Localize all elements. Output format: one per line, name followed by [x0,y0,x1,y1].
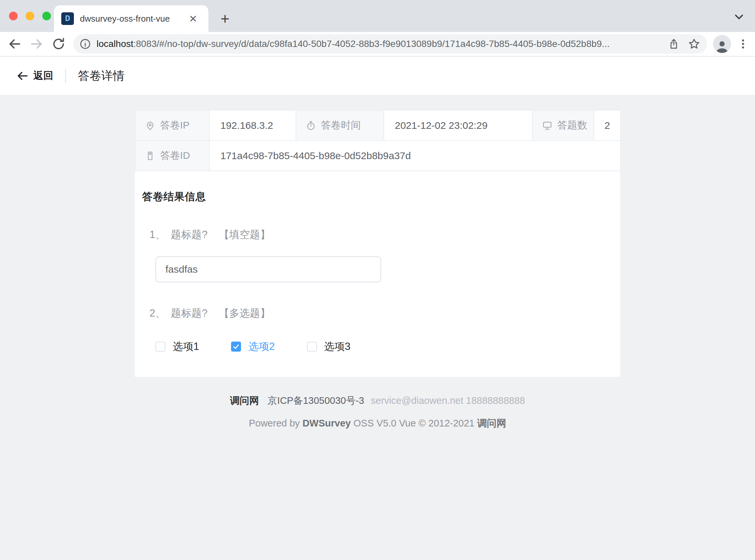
footer-line-2: Powered by DWSurvey OSS V5.0 Vue © 2012-… [135,417,620,430]
close-window-button[interactable] [9,12,18,20]
browser-window: D dwsurvey-oss-front-vue ✕ + localhost:8… [0,0,755,560]
share-icon[interactable] [668,38,680,50]
back-link[interactable]: 返回 [16,69,53,83]
footer-powered-prefix: Powered by [249,418,302,428]
question-2-options: 选项1 选项2 选项3 [156,340,607,354]
answer-id-label: 答卷ID [160,149,190,162]
answer-time-label: 答卷时间 [321,119,361,132]
minimize-window-button[interactable] [26,12,34,20]
checkbox-icon [307,342,317,352]
footer-brand[interactable]: DWSurvey [303,418,351,428]
favicon-icon: D [61,12,74,25]
checkbox-option-3[interactable]: 选项3 [307,340,350,354]
tab-strip: D dwsurvey-oss-front-vue ✕ + [0,0,755,32]
address-bar[interactable]: localhost:8083/#/no-top/dw-survey/d/data… [73,34,707,54]
profile-avatar[interactable] [713,35,731,53]
question-1-number: 1、 [149,229,165,240]
footer-powered-mid: OSS V5.0 Vue © 2012-2021 [351,418,477,428]
page-footer: 调问网 京ICP备13050030号-3 service@diaowen.net… [135,394,620,430]
checkbox-option-1[interactable]: 选项1 [156,340,199,354]
footer-line-1: 调问网 京ICP备13050030号-3 service@diaowen.net… [135,394,620,407]
location-pin-icon [145,120,156,131]
monitor-icon [542,120,553,131]
answer-ip-label: 答卷IP [160,119,189,132]
answer-ip-label-cell: 答卷IP [136,111,210,141]
tag-icon [145,151,156,161]
question-1-answer-input[interactable] [156,256,381,282]
question-1-type-badge: 【填空题】 [219,229,271,240]
answer-time-value: 2021-12-02 23:02:29 [384,111,533,141]
tab-title: dwsurvey-oss-front-vue [80,14,186,24]
stopwatch-icon [306,120,316,131]
question-2-text: 题标题? [171,307,207,319]
forward-button[interactable] [27,35,46,53]
question-2-type-badge: 【多选题】 [219,307,271,319]
page-header: 返回 答卷详情 [0,57,755,95]
answer-count-value: 2 [594,111,621,141]
browser-toolbar: localhost:8083/#/no-top/dw-survey/d/data… [0,32,755,57]
url-path: :8083/#/no-top/dw-survey/d/data/c98fa140… [134,39,610,49]
site-info-icon[interactable] [79,38,91,50]
checkbox-option-label: 选项2 [248,340,274,354]
url-text: localhost:8083/#/no-top/dw-survey/d/data… [97,39,660,49]
answer-ip-value: 192.168.3.2 [210,111,296,141]
reload-button[interactable] [49,35,68,53]
browser-tab[interactable]: D dwsurvey-oss-front-vue ✕ [54,5,208,32]
zoom-window-button[interactable] [42,12,51,20]
checkbox-icon [231,342,241,352]
footer-site-name: 调问网 [230,395,259,406]
answer-count-label-cell: 答题数 [533,111,594,141]
question-1-title: 1、题标题?【填空题】 [149,228,607,242]
section-title: 答卷结果信息 [142,190,607,204]
checkbox-option-label: 选项1 [173,340,199,354]
answer-id-label-cell: 答卷ID [136,141,210,171]
traffic-lights [9,12,51,20]
answer-count-label: 答题数 [557,119,587,132]
tab-close-icon[interactable]: ✕ [186,12,200,25]
checkbox-icon [156,342,165,352]
checkbox-option-2[interactable]: 选项2 [231,340,274,354]
footer-icp-number[interactable]: 京ICP备13050030号-3 [268,395,364,406]
question-1-text: 题标题? [171,229,207,240]
answer-time-label-cell: 答卷时间 [296,111,384,141]
back-label: 返回 [33,69,53,83]
answer-result-card: 答卷结果信息 1、题标题?【填空题】 2、题标题?【多选题】 选项1 [135,171,620,377]
checkbox-option-label: 选项3 [324,340,350,354]
url-host: localhost [97,39,134,49]
browser-menu-icon[interactable] [736,37,750,51]
back-arrow-icon [16,69,28,82]
answer-info-table: 答卷IP 192.168.3.2 答卷时间 2021-12-02 23:02:2… [135,110,620,171]
back-button[interactable] [5,35,24,53]
bookmark-star-icon[interactable] [688,38,700,50]
footer-contact: service@diaowen.net 18888888888 [371,395,525,406]
question-2-number: 2、 [149,307,165,319]
answer-id-value: 171a4c98-7b85-4405-b98e-0d52b8b9a37d [210,141,621,171]
main-content: 答卷IP 192.168.3.2 答卷时间 2021-12-02 23:02:2… [135,110,620,430]
question-2-title: 2、题标题?【多选题】 [149,306,607,320]
page-title: 答卷详情 [78,68,124,84]
tab-search-chevron-icon[interactable] [732,9,746,24]
header-divider [65,69,66,83]
new-tab-button[interactable]: + [216,9,234,28]
footer-powered-site[interactable]: 调问网 [477,418,506,428]
